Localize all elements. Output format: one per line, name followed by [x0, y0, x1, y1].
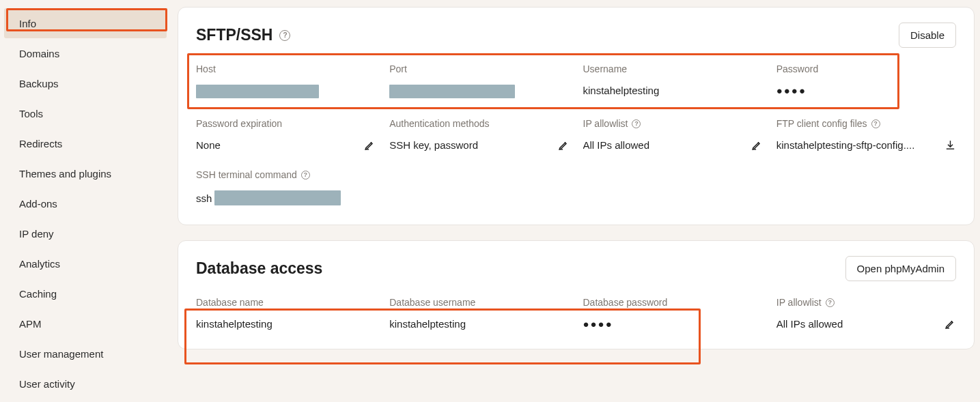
redacted-port-value [389, 85, 515, 98]
redacted-host-value [196, 85, 319, 98]
sidebar-item-add-ons[interactable]: Add-ons [0, 188, 171, 218]
field-label: Password [776, 63, 956, 75]
field-database-password: Database password ●●●● [583, 296, 763, 330]
field-value: ●●●● [583, 318, 613, 330]
card-title-text: SFTP/SSH [196, 26, 272, 44]
field-label: Database name [196, 296, 376, 308]
field-auth-methods: Authentication methods SSH key, password [389, 117, 569, 151]
sidebar-item-label: Caching [19, 288, 57, 300]
sidebar-item-label: Info [19, 18, 36, 29]
sidebar-item-redirects[interactable]: Redirects [0, 128, 171, 158]
database-access-card: Database access Open phpMyAdmin Database… [178, 240, 975, 349]
field-label: IP allowlist ? [583, 117, 763, 130]
sidebar-item-label: Backups [19, 78, 59, 89]
ssh-prefix: ssh [196, 192, 212, 204]
field-label-text: FTP client config files [776, 118, 867, 129]
sftp-ssh-card: SFTP/SSH ? Disable Host Port [178, 7, 975, 225]
field-label: Username [583, 63, 763, 75]
field-value: kinstahelptesting [583, 85, 660, 96]
sidebar-item-apm[interactable]: APM [0, 308, 171, 339]
edit-icon[interactable] [364, 139, 376, 151]
sidebar-item-tools[interactable]: Tools [0, 98, 171, 128]
sidebar-item-label: IP deny [19, 228, 54, 240]
field-username: Username kinstahelptesting [583, 63, 763, 98]
field-ip-allowlist: IP allowlist ? All IPs allowed [583, 117, 763, 151]
sidebar-item-label: Domains [19, 48, 59, 59]
field-value: ●●●● [776, 85, 807, 96]
download-icon[interactable] [944, 139, 956, 151]
field-label-text: SSH terminal command [196, 169, 297, 180]
help-icon[interactable]: ? [301, 171, 310, 180]
field-value: SSH key, password [389, 139, 478, 151]
field-host: Host [196, 63, 376, 98]
field-label: FTP client config files ? [776, 117, 956, 130]
sidebar-item-user-activity[interactable]: User activity [0, 369, 171, 399]
card-title-text: Database access [196, 259, 322, 278]
sidebar-item-label: User management [19, 348, 103, 360]
field-label: Authentication methods [389, 117, 569, 130]
field-label: Port [389, 63, 569, 75]
field-label: Database username [389, 296, 569, 308]
sidebar-item-label: APM [19, 318, 42, 330]
field-label: SSH terminal command ? [196, 169, 956, 181]
sidebar-item-label: Tools [19, 108, 43, 119]
field-label: Password expiration [196, 117, 376, 130]
help-icon[interactable]: ? [826, 298, 835, 307]
disable-button[interactable]: Disable [899, 23, 956, 48]
sidebar-item-label: Add-ons [19, 198, 57, 210]
field-value: None [196, 139, 221, 151]
sftp-ssh-title: SFTP/SSH ? [196, 26, 290, 44]
sidebar-item-label: Analytics [19, 258, 60, 270]
field-value: kinstahelptesting [389, 318, 466, 330]
field-label-text: IP allowlist [583, 118, 628, 129]
field-value: kinstahelptesting-sftp-config.... [776, 139, 915, 151]
main-content: SFTP/SSH ? Disable Host Port [171, 0, 980, 402]
field-db-ip-allowlist: IP allowlist ? All IPs allowed [776, 296, 956, 330]
field-database-name: Database name kinstahelptesting [196, 296, 376, 330]
help-icon[interactable]: ? [632, 119, 641, 128]
field-database-username: Database username kinstahelptesting [389, 296, 569, 330]
sidebar: Info Domains Backups Tools Redirects The… [0, 0, 171, 402]
sidebar-item-backups[interactable]: Backups [0, 68, 171, 98]
field-value: All IPs allowed [583, 139, 650, 151]
field-value: kinstahelptesting [196, 318, 272, 330]
sidebar-item-ip-deny[interactable]: IP deny [0, 218, 171, 248]
field-value: All IPs allowed [776, 318, 843, 330]
field-ftp-config-files: FTP client config files ? kinstahelptest… [776, 117, 956, 151]
field-password: Password ●●●● [776, 63, 956, 98]
database-access-title: Database access [196, 259, 322, 278]
sidebar-item-label: Themes and plugins [19, 168, 111, 180]
help-icon[interactable]: ? [871, 119, 880, 128]
edit-icon[interactable] [558, 139, 570, 151]
sidebar-item-themes-and-plugins[interactable]: Themes and plugins [0, 158, 171, 188]
field-password-expiration: Password expiration None [196, 117, 376, 151]
sidebar-item-label: User activity [19, 378, 75, 390]
sidebar-item-analytics[interactable]: Analytics [0, 248, 171, 278]
sidebar-item-label: Redirects [19, 138, 62, 149]
sidebar-item-caching[interactable]: Caching [0, 278, 171, 308]
field-label: Database password [583, 296, 763, 308]
help-icon[interactable]: ? [279, 30, 290, 41]
field-label: Host [196, 63, 376, 75]
field-ssh-terminal-command: SSH terminal command ? ssh [196, 169, 956, 205]
edit-icon[interactable] [751, 139, 763, 151]
edit-icon[interactable] [944, 318, 956, 330]
sidebar-item-domains[interactable]: Domains [0, 38, 171, 68]
sidebar-item-info[interactable]: Info [4, 8, 167, 38]
redacted-ssh-value [214, 190, 341, 205]
field-port: Port [389, 63, 569, 98]
sidebar-item-user-management[interactable]: User management [0, 339, 171, 369]
field-label-text: IP allowlist [776, 297, 822, 308]
open-phpmyadmin-button[interactable]: Open phpMyAdmin [845, 256, 956, 281]
field-label: IP allowlist ? [776, 296, 956, 308]
